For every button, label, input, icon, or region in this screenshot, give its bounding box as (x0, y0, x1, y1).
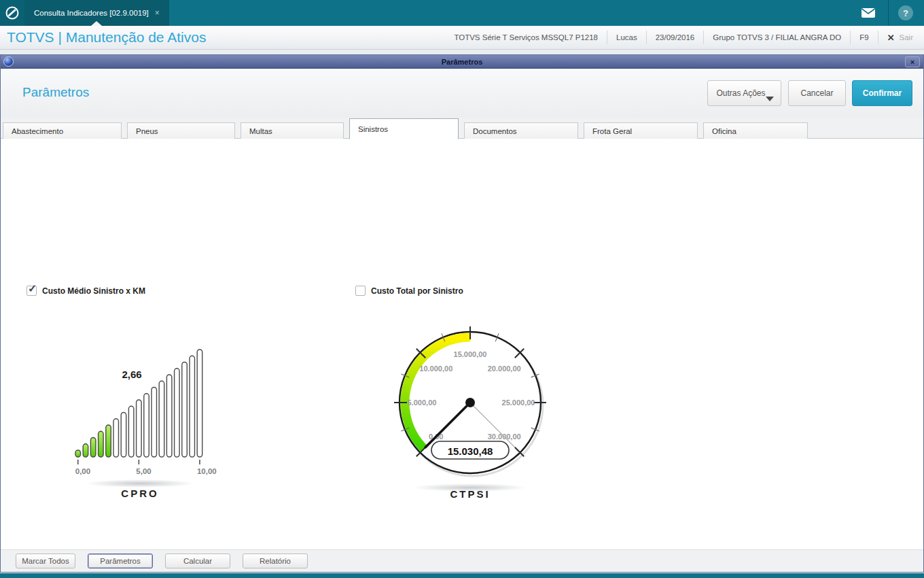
session-date: 23/09/2016 (646, 31, 704, 44)
tab-sinistros[interactable]: Sinistros (349, 118, 459, 139)
checkbox-label: Custo Total por Sinistro (371, 286, 463, 296)
cancel-button[interactable]: Cancelar (788, 80, 846, 106)
svg-text:25.000,00: 25.000,00 (502, 398, 535, 407)
globe-icon (3, 56, 14, 67)
svg-text:5.000,00: 5.000,00 (408, 398, 437, 407)
session-user: Lucas (607, 31, 646, 44)
session-info: TOTVS Série T Serviços MSSQL7 P1218 Luca… (445, 26, 924, 50)
exit-button[interactable]: ✕ Sair (878, 31, 924, 44)
app-header: TOTVS | Manutenção de Ativos TOTVS Série… (0, 26, 924, 50)
checkbox-box: ✓ (26, 286, 37, 296)
checkbox-custo-medio-sinistro-km[interactable]: ✓ Custo Médio Sinistro x KM (26, 286, 145, 296)
relatorio-button[interactable]: Relatório (243, 554, 308, 568)
mail-icon (861, 7, 876, 18)
dialog-footer: Marcar Todos Parâmetros Calcular Relatór… (1, 549, 923, 572)
app-tab-label: Consulta Indicadores [02.9.0019] (34, 9, 149, 17)
svg-text:CPRO: CPRO (121, 488, 158, 499)
calcular-button[interactable]: Calcular (165, 554, 230, 568)
ctpsi-speedometer-gauge: 0,005.000,0010.000,0015.000,0020.000,002… (382, 322, 558, 503)
dialog-title: Parâmetros (1, 58, 923, 66)
tab-abastecimento[interactable]: Abastecimento (3, 122, 122, 139)
checkbox-custo-total-por-sinistro[interactable]: ✓ Custo Total por Sinistro (355, 286, 463, 296)
dialog-close-button[interactable]: × (905, 56, 920, 67)
mail-button[interactable] (849, 0, 889, 26)
svg-text:10,00: 10,00 (197, 467, 217, 475)
tab-close-icon[interactable]: × (155, 8, 160, 18)
svg-text:2,66: 2,66 (122, 369, 141, 380)
top-bar: Consulta Indicadores [02.9.0019] × ? (0, 0, 924, 26)
svg-text:CTPSI: CTPSI (450, 488, 490, 500)
dialog-header: Parâmetros Outras Ações Cancelar Confirm… (1, 69, 923, 118)
parametros-dialog: Parâmetros × Parâmetros Outras Ações Can… (0, 54, 924, 573)
svg-text:15.030,48: 15.030,48 (448, 445, 493, 457)
svg-text:10.000,00: 10.000,00 (419, 364, 452, 373)
tab-strip: Abastecimento Pneus Multas Sinistros Doc… (1, 118, 923, 139)
tab-frota-geral[interactable]: Frota Geral (584, 122, 698, 139)
application-window: Consulta Indicadores [02.9.0019] × ? TOT… (0, 0, 924, 578)
parametros-button[interactable]: Parâmetros (88, 554, 153, 568)
session-f9[interactable]: F9 (850, 31, 877, 44)
svg-text:15.000,00: 15.000,00 (454, 350, 487, 358)
totvs-logo-glyph (5, 5, 20, 20)
close-icon: ✕ (887, 33, 895, 43)
session-environment: TOTVS Série T Serviços MSSQL7 P1218 (445, 31, 607, 44)
confirm-button[interactable]: Confirmar (852, 80, 912, 106)
other-actions-button[interactable]: Outras Ações (707, 80, 781, 106)
cpro-bar-gauge-chart: 2,66 0,00 5,00 10,00CPRO (45, 329, 249, 506)
checkbox-box: ✓ (355, 286, 366, 296)
chevron-down-icon (766, 97, 774, 101)
exit-label: Sair (900, 33, 913, 41)
tab-pneus[interactable]: Pneus (127, 122, 235, 139)
bottom-edge-strip (0, 573, 924, 578)
tab-oficina[interactable]: Oficina (703, 122, 808, 139)
svg-text:0,00: 0,00 (75, 467, 90, 475)
tab-content-sinistros: ✓ Custo Médio Sinistro x KM ✓ Custo Tota… (1, 139, 923, 550)
tab-multas[interactable]: Multas (241, 122, 344, 139)
marcar-todos-button[interactable]: Marcar Todos (16, 554, 75, 568)
tab-notch (91, 21, 102, 26)
help-icon[interactable]: ? (898, 5, 913, 20)
svg-text:20.000,00: 20.000,00 (488, 364, 521, 373)
check-icon: ✓ (28, 282, 37, 295)
page-title: Parâmetros (22, 85, 89, 100)
app-tab-consulta-indicadores[interactable]: Consulta Indicadores [02.9.0019] × (24, 0, 169, 26)
tab-documentos[interactable]: Documentos (464, 122, 578, 139)
checkbox-label: Custo Médio Sinistro x KM (42, 286, 145, 296)
svg-text:5,00: 5,00 (136, 467, 151, 475)
totvs-logo-icon[interactable] (0, 0, 24, 26)
app-title: TOTVS | Manutenção de Ativos (0, 29, 206, 46)
other-actions-label: Outras Ações (716, 88, 765, 98)
dialog-titlebar: Parâmetros × (1, 55, 923, 69)
session-company[interactable]: Grupo TOTVS 3 / FILIAL ANGRA DO (703, 31, 850, 44)
